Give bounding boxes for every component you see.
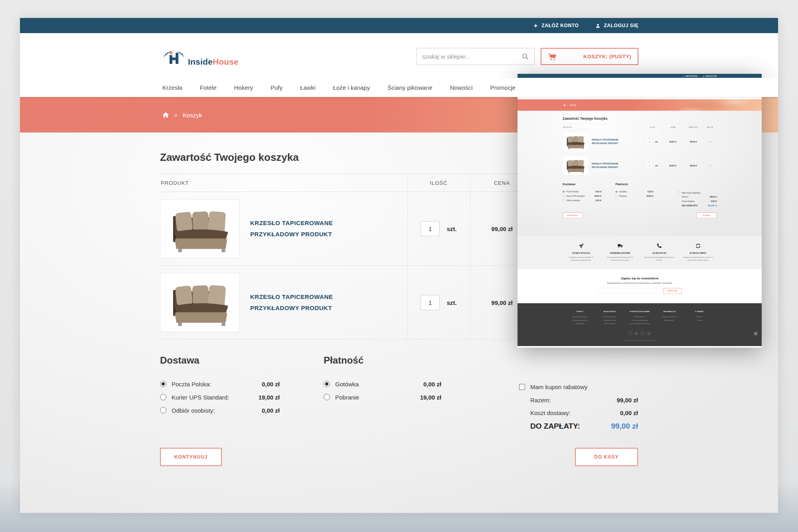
- nav-item-krzesla[interactable]: Krzesła: [162, 84, 182, 91]
- product-name-link[interactable]: KRZESŁO TAPICEROWANE PRZYKŁADOWY PRODUKT: [250, 218, 333, 240]
- radio-icon[interactable]: [324, 381, 330, 387]
- product-name-link[interactable]: KRZESŁO TAPICEROWANE PRZYKŁADOWY PRODUKT: [592, 162, 618, 169]
- product-image[interactable]: [160, 199, 240, 258]
- delivery-option-poczta-polska[interactable]: Poczta Polska: 0,00 zł: [563, 190, 601, 193]
- quantity-input[interactable]: [421, 295, 440, 310]
- quantity-input[interactable]: [647, 163, 653, 168]
- radio-icon[interactable]: [563, 199, 565, 201]
- google-plus-icon[interactable]: g+: [634, 331, 639, 336]
- user-icon: [595, 23, 600, 28]
- checkout-button[interactable]: DO KASY: [696, 212, 717, 218]
- paper-plane-icon: [578, 243, 584, 249]
- remove-item-button[interactable]: ✕: [709, 164, 711, 166]
- login-link[interactable]: ZALOGUJ SIĘ: [595, 23, 638, 28]
- radio-icon[interactable]: [615, 195, 617, 197]
- delivery-option-kurier-ups[interactable]: Kurier UPS Standard: 19,00 zł: [563, 195, 601, 197]
- footer-link[interactable]: Zwroty i reklamacje: [565, 315, 595, 318]
- footer-link[interactable]: Twoje zamówienia: [595, 315, 625, 318]
- footer-link[interactable]: O firmie: [684, 318, 714, 322]
- remove-item-button[interactable]: ✕: [709, 141, 711, 143]
- back-to-top-button[interactable]: ^: [754, 332, 757, 335]
- footer-link[interactable]: Jak kupować?: [654, 318, 684, 322]
- quantity-input[interactable]: [647, 139, 653, 144]
- newsletter-section: Zapisz się do newslettera Podaj swój adr…: [518, 269, 762, 303]
- radio-icon[interactable]: [563, 191, 565, 193]
- cart-button[interactable]: KOSZYK: (PUSTY): [541, 48, 638, 65]
- search-icon[interactable]: [521, 53, 529, 60]
- footer-link[interactable]: Ustawienia konta: [595, 318, 625, 322]
- payment-title: Płatność: [324, 355, 441, 366]
- payment-option-pobranie[interactable]: Pobranie 19,00 zł: [615, 195, 653, 197]
- product-image[interactable]: [563, 132, 588, 151]
- truck-icon: [617, 243, 623, 249]
- footer-link[interactable]: Regulamin: [565, 322, 595, 325]
- breadcrumb: » Koszyk: [563, 104, 576, 106]
- coupon-option[interactable]: Mam kupon rabatowy: [678, 191, 717, 194]
- nav-item-lawki[interactable]: Ławki: [300, 84, 315, 91]
- logo-house-icon: [162, 41, 186, 70]
- home-icon[interactable]: [162, 111, 169, 118]
- login-link[interactable]: ZALOGUJ SIĘ: [703, 75, 717, 77]
- delivery-option-odbior-osobisty[interactable]: Odbiór osobisty: 0,00 zł: [160, 406, 280, 414]
- login-label: ZALOGUJ SIĘ: [705, 75, 717, 77]
- radio-icon[interactable]: [160, 394, 166, 400]
- footer-link[interactable]: Najczęstsze pytania: [565, 318, 595, 322]
- continue-button[interactable]: KONTYNUUJ: [563, 212, 583, 218]
- coupon-checkbox[interactable]: [519, 384, 525, 390]
- payment-section: Płatność Gotówka 0,00 zł Pobranie 19,00 …: [324, 355, 441, 436]
- nav-item-loze-i-kanapy[interactable]: Łoże i kanapy: [333, 84, 370, 91]
- nav-item-sciany-pikowane[interactable]: Ściany pikowane: [387, 84, 433, 91]
- breadcrumb-separator: »: [174, 112, 178, 118]
- product-image[interactable]: [160, 273, 240, 332]
- search-input[interactable]: [417, 53, 521, 60]
- footer-link[interactable]: Przechowalnia: [595, 322, 625, 325]
- footer-link[interactable]: Polityka prywatności: [654, 315, 684, 318]
- radio-icon[interactable]: [160, 381, 166, 387]
- footer-link[interactable]: Czas i koszty dostawy: [625, 318, 655, 322]
- product-name-link[interactable]: KRZESŁO TAPICEROWANE PRZYKŁADOWY PRODUKT: [250, 291, 333, 314]
- checkout-button[interactable]: DO KASY: [575, 448, 638, 466]
- register-link[interactable]: ZAŁÓŻ KONTO: [683, 75, 697, 77]
- newsletter-email-input[interactable]: [598, 288, 662, 294]
- footer-link[interactable]: Czas realizacji zamówienia: [625, 322, 655, 325]
- nav-item-pufy[interactable]: Pufy: [271, 84, 282, 91]
- newsletter-submit-button[interactable]: ZAPISZ SIĘ: [663, 288, 682, 294]
- column-header-quantity: ILOŚĆ: [407, 174, 470, 192]
- search-box: [416, 48, 535, 65]
- storefront-page: ZAŁÓŻ KONTO ZALOGUJ SIĘ InsideHouse KOSZ…: [518, 74, 762, 346]
- cart-table: PRODUKT ILOŚĆ CENA WARTOŚĆ AKCJE: [563, 124, 717, 178]
- page-preview-overlay: ZAŁÓŻ KONTO ZALOGUJ SIĘ InsideHouse KOSZ…: [518, 74, 762, 348]
- coupon-checkbox[interactable]: [678, 192, 680, 194]
- payment-option-pobranie[interactable]: Pobranie 19,00 zł: [324, 393, 441, 401]
- home-icon[interactable]: [563, 104, 565, 106]
- delivery-option-odbior-osobisty[interactable]: Odbiór osobisty: 0,00 zł: [563, 199, 601, 202]
- item-price: 99,00 zł: [662, 130, 683, 154]
- newsletter-subtitle: Podaj swój adres e-mail jeśli chcesz być…: [518, 282, 762, 284]
- product-image[interactable]: [563, 156, 588, 175]
- nav-item-nowosci[interactable]: Nowości: [450, 84, 473, 91]
- nav-item-fotele[interactable]: Fotele: [200, 84, 217, 91]
- summary-shipping-row: Koszt dostawy: 0,00 zł: [519, 409, 638, 417]
- payment-option-gotowka[interactable]: Gotówka 0,00 zł: [324, 380, 441, 388]
- payment-option-gotowka[interactable]: Gotówka 0,00 zł: [615, 190, 653, 193]
- delivery-option-poczta-polska[interactable]: Poczta Polska: 0,00 zł: [160, 380, 280, 388]
- footer-column-informacje: INFORMACJE Polityka prywatności Jak kupo…: [654, 310, 684, 325]
- quantity-input[interactable]: [421, 221, 440, 236]
- radio-icon[interactable]: [563, 195, 565, 197]
- logo[interactable]: InsideHouse: [162, 41, 239, 70]
- continue-button[interactable]: KONTYNUUJ: [160, 448, 222, 466]
- footer-link[interactable]: Formy płatności: [625, 315, 655, 318]
- register-link[interactable]: ZAŁÓŻ KONTO: [533, 23, 579, 28]
- product-name-link[interactable]: KRZESŁO TAPICEROWANE PRZYKŁADOWY PRODUKT: [592, 138, 618, 145]
- footer-link[interactable]: Kontakt: [684, 315, 714, 318]
- twitter-icon[interactable]: t: [640, 331, 645, 336]
- facebook-icon[interactable]: f: [628, 331, 632, 336]
- instagram-icon[interactable]: ◎: [647, 331, 651, 336]
- radio-icon[interactable]: [615, 191, 617, 193]
- nav-item-promocje[interactable]: Promocje: [490, 84, 515, 91]
- coupon-option[interactable]: Mam kupon rabatowy: [519, 383, 638, 391]
- radio-icon[interactable]: [160, 407, 166, 413]
- radio-icon[interactable]: [324, 394, 330, 400]
- delivery-option-kurier-ups[interactable]: Kurier UPS Standard: 19,00 zł: [160, 393, 280, 401]
- nav-item-hokery[interactable]: Hokery: [234, 84, 253, 91]
